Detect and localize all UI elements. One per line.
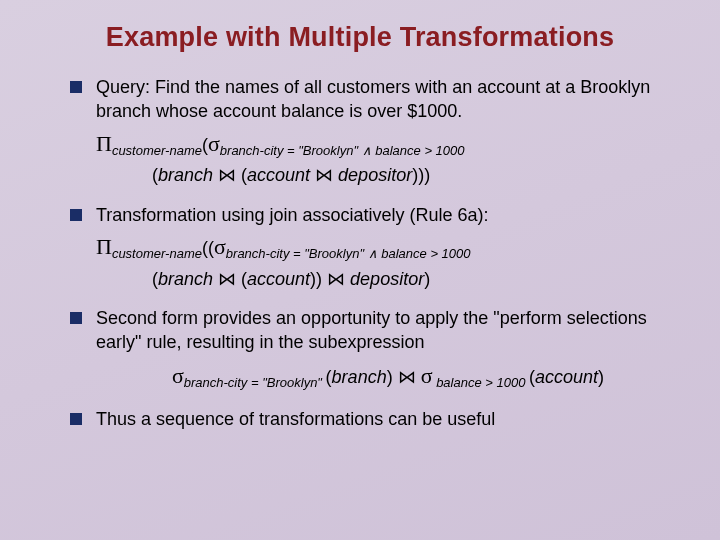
bullet-text: Thus a sequence of transformations can b… [96,409,495,429]
bullet-second-form: Second form provides an opportunity to a… [70,306,680,393]
pi-subscript: customer-name [112,143,202,158]
bullet-query: Query: Find the names of all customers w… [70,75,680,189]
sigma-subscript-2: balance > 1000 [378,246,471,261]
and-symbol: ∧ [362,143,372,158]
relation-account: account [535,367,598,387]
relation-branch: branch [332,367,387,387]
bullet-list: Query: Find the names of all customers w… [40,75,680,432]
join-icon: ⋈ [218,165,236,185]
relation-branch: branch [158,269,218,289]
bullet-text: Second form provides an opportunity to a… [96,308,647,352]
pi-symbol: Π [96,234,112,259]
paren: ) [424,269,430,289]
sigma-subscript-2: balance > 1000 [372,143,465,158]
relation-account: account [247,165,315,185]
sigma-symbol: σ [214,234,226,259]
relation-depositor: depositor [333,165,412,185]
join-icon: ⋈ [398,367,416,387]
relation-account: account [247,269,310,289]
formula-1-line2: (branch ⋈ (account ⋈ depositor))) [152,162,680,188]
relation-depositor: depositor [345,269,424,289]
sigma-subscript-1: branch-city = "Brooklyn" [220,143,362,158]
pi-symbol: Π [96,131,112,156]
pi-subscript: customer-name [112,246,202,261]
sigma-symbol: σ [208,131,220,156]
formula-2-line1: Πcustomer-name((σbranch-city = "Brooklyn… [96,231,680,264]
bullet-text: Transformation using join associatively … [96,205,489,225]
join-icon: ⋈ [218,269,236,289]
formula-3: σbranch-city = "Brooklyn" (branch) ⋈ σ b… [96,360,680,393]
sigma-subscript-1: branch-city = "Brooklyn" [226,246,368,261]
paren: ( [236,269,247,289]
formula-1-line1: Πcustomer-name(σbranch-city = "Brooklyn"… [96,128,680,161]
page-title: Example with Multiple Transformations [40,22,680,53]
sigma-symbol: σ [172,363,184,388]
join-icon: ⋈ [315,165,333,185]
paren: )) [310,269,327,289]
bullet-conclusion: Thus a sequence of transformations can b… [70,407,680,431]
formula-2-line2: (branch ⋈ (account)) ⋈ depositor) [152,266,680,292]
sigma-subscript: balance > 1000 [433,375,530,390]
and-symbol: ∧ [368,246,378,261]
slide: Example with Multiple Transformations Qu… [0,0,720,540]
join-icon: ⋈ [327,269,345,289]
paren: ))) [412,165,430,185]
paren: ( [236,165,247,185]
sigma-subscript: branch-city = "Brooklyn" [184,375,326,390]
sigma-symbol: σ [421,363,433,388]
bullet-text: Query: Find the names of all customers w… [96,77,650,121]
bullet-transformation: Transformation using join associatively … [70,203,680,292]
paren: (( [202,238,214,258]
paren: ) [387,367,398,387]
relation-branch: branch [158,165,218,185]
paren: ) [598,367,604,387]
